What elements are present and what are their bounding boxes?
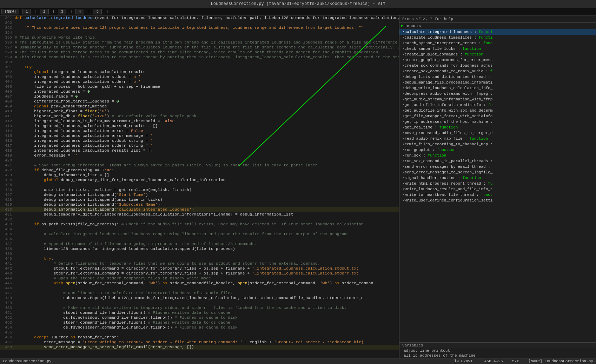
code-line-424: 424 global debug_temporary_dict_for_inte… [0,178,399,183]
code-line-427: 427 debug_information_list.append('Start… [0,192,399,197]
code-line-410: 410 highest_peak_float = float('0') [0,109,399,114]
imports-arrow: ► imports [399,23,596,29]
code-line-406: 406 integrated_loudness = 0 [0,89,399,94]
code-line-441: 441 # Define filenames for temporary fil… [0,261,399,266]
var-all-ip-addresses[interactable]: all_ip_addresses_of_the_machine [399,353,596,358]
right-item-create-gnuplot-commands[interactable]: •create_gnuplot_commands : function [399,52,596,57]
code-line-430: 430 debug_information_list.append('calcu… [0,207,399,212]
right-item-send-error-messages-screen[interactable]: •send_error_messages_to_screen_logfile_ [399,170,596,175]
right-item-run-sox[interactable]: •run_sox : function [399,153,596,158]
right-item-signal-handler[interactable]: •signal_handler_routine : function [399,175,596,181]
code-line-431: 431 debug_temporary_dict_for_integrated_… [0,212,399,217]
right-panel: Press <F1>, ? for help ► imports •calcul… [399,15,596,358]
right-item-get-audio-stream-info[interactable]: •get_audio_stream_information_with_ffmp [399,97,596,102]
right-item-get-audiofile-info-sox[interactable]: •get_audiofile_info_with_sox_and_determ [399,108,596,113]
code-line-393: 393 """This subroutine uses libebur128 p… [0,25,399,30]
tab-bar: [NEW] 1 | 2 | 3 | 4 | 5 | [0,8,596,15]
var-adjust-line-printout[interactable]: adjust_line_printout [399,348,596,353]
code-line-450: 450 # Make sure all data written to temp… [0,305,399,310]
right-item-create-sox-commands-remix[interactable]: •create_sox_commands_to_remix_audio : f [399,68,596,74]
right-item-read-audio-remix-map[interactable]: •read_audio_remix_map_file : function [399,136,596,141]
right-item-run-sox-commands-parallel[interactable]: •run_sox_commands_in_parallel_threads : [399,158,596,164]
right-item-get-audiofile-info-mediainfo[interactable]: •get_audiofile_info_with_mediainfo : fu [399,102,596,108]
right-panel-variables: variables adjust_line_printout all_ip_ad… [399,342,596,358]
right-item-get-realtime[interactable]: •get_realtime : function [399,125,596,130]
code-line-448: 448 subprocess.Popen(libebur128_commands… [0,296,399,300]
tab-3[interactable]: 3 [58,9,67,14]
code-line-451: 451 stdout_commandfile_handler.flush() #… [0,310,399,315]
code-line-422: 422 if debug_file_processing == True: [0,168,399,173]
code-line-429: 429 debug_information_list.append('Subpr… [0,202,399,207]
code-line-435: 435 # Calculate integrated loudness and … [0,232,399,237]
code-line-413: 413 integrated_loudness_calculation_pars… [0,124,399,128]
code-line-449: 449 [0,300,399,305]
right-item-get-file-wrapper[interactable]: •get_file_wrapper_format_with_mediainfo [399,113,596,119]
code-area[interactable]: 391 def calculate_integrated_loudness(ev… [0,15,399,358]
tab-new[interactable]: [NEW] [1,9,19,14]
imports-label[interactable]: imports [405,24,421,28]
right-item-write-heartbeat[interactable]: •write_to_heartbeat_file_thread : funct [399,192,596,198]
code-line-454: 454 os.fsync(stderr_commandfile_handler.… [0,325,399,330]
right-item-create-gnuplot-commands-error[interactable]: •create_gnuplot_commands_for_error_mess [399,57,596,63]
app-container: LoudnessCorrection.py (tavara/01-ecryptf… [0,0,596,364]
right-item-catch-python-interpreter-errors[interactable]: •catch_python_interpreter_errors : func [399,40,596,46]
tab-4[interactable]: 4 [75,9,84,14]
tab-5[interactable]: 5 [93,9,102,14]
code-line-458: 458 send_error_messages_to_screen_logfil… [0,345,399,350]
code-line-421: 421 # Save some debug information. Items… [0,163,399,168]
code-line-404: 404 integrated_loudness_calculation_stde… [0,79,399,84]
right-item-write-loudness-results[interactable]: •write_loudness_results_and_file_info_t [399,186,596,192]
right-item-write-user-defined[interactable]: •write_user_defined_configuration_setti [399,198,596,203]
right-item-get-ip-addresses[interactable]: •get_ip_addresses_of_the_host_machine : [399,119,596,125]
code-line-398: 398 # The results from this thread needs… [0,50,399,55]
right-item-debug-manage[interactable]: •debug_manage_file_processing_informati [399,80,596,85]
code-line-423: 423 debug_information_list = [] [0,173,399,178]
code-line-453: 453 stderr_commandfile_handler.flush() #… [0,320,399,325]
main-area: 391 def calculate_integrated_loudness(ev… [0,15,596,358]
code-line-440: 440 try: [0,256,399,261]
code-line-455: 455 [0,330,399,335]
code-line-408: 408 difference_from_target_loudness = 0 [0,99,399,104]
code-line-432: 432 [0,217,399,222]
code-line-407: 407 loudness_range = 0 [0,94,399,99]
code-line-433: 433 if os.path.exists(file_to_process): … [0,222,399,227]
right-item-create-sox-commands-loudness[interactable]: •create_sox_commands_for_loudness_adjus [399,63,596,68]
code-line-414: 414 integrated_loudness_calculation_erro… [0,128,399,133]
statusbar-filename: LoudnessCorrection.py [3,359,52,363]
code-line-438: 438 libebur128_commands_for_integrated_l… [0,246,399,251]
right-panel-help-text: Press <F1>, ? for help [402,17,453,21]
code-line-395: 395 # This subroutine works like this: [0,35,399,40]
titlebar-text: LoudnessCorrection.py (tavara/01-ecryptf… [211,1,385,6]
editor-pane: 391 def calculate_integrated_loudness(ev… [0,15,399,358]
code-line-409: 409 global peak_measurement_method [0,104,399,109]
right-item-remix-files[interactable]: •remix_files_according_to_channel_map : [399,141,596,147]
code-line-425: 425 [0,183,399,187]
variables-section-header: variables [399,343,596,348]
code-line-419: 419 error_message = '' [0,153,399,158]
right-item-calculate-loudness-timeslices[interactable]: •calculate_loudness_timeslices : functi [399,35,596,40]
right-panel-function-list[interactable]: ► imports •calculate_integrated_loudness… [399,23,596,342]
right-item-calculate-integrated-loudness[interactable]: •calculate_integrated_loudness : functi [399,29,596,35]
right-item-write-html-progress[interactable]: •write_html_progress_report_thread : fu [399,181,596,186]
code-line-444: 444 # Open the stdout and stderr tempora… [0,276,399,281]
code-line-401: 401 try: [0,65,399,70]
code-line-447: 447 # Run libebur128 to calculate the in… [0,291,399,296]
right-item-move-processed-audio[interactable]: •move_processed_audio_files_to_target_d [399,130,596,136]
code-line-456: 456 except IOError as reason_for_error: [0,335,399,340]
right-item-run-gnuplot[interactable]: •run_gnuplot : function [399,147,596,153]
right-item-send-error-messages-email[interactable]: •send_error_messages_by_email_thread : [399,164,596,170]
code-line-420: 420 [0,158,399,163]
code-line-399: 399 # This thread communicates it's resu… [0,55,399,60]
right-item-check-samba-file-locks[interactable]: •check_samba_file_locks : function [399,46,596,52]
code-line-418: 418 integrated_loudness_calculation_resu… [0,148,399,153]
code-line-417: 417 integrated_loudness_calculation_stde… [0,143,399,148]
tab-1[interactable]: 1 [22,9,31,14]
code-line-452: 452 os.fsync(stdout_commandfile_handler.… [0,315,399,320]
right-item-debug-write-loudness[interactable]: •debug_write_loudness_calculation_info_ [399,85,596,91]
right-panel-header: Press <F1>, ? for help [399,15,596,23]
right-item-debug-lists-dicts[interactable]: •debug_lists_and_dictionaries_thread : [399,74,596,80]
code-line-446: 446 [0,286,399,291]
tab-2[interactable]: 2 [40,9,49,14]
right-item-decompress-audio[interactable]: •decompress_audio_streams_with_ffmpeg : [399,91,596,97]
titlebar: LoudnessCorrection.py (tavara/01-ecryptf… [0,0,596,8]
